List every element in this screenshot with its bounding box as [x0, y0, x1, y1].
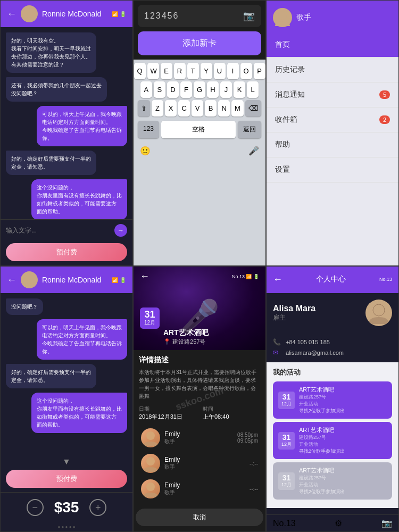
key-t[interactable]: T	[187, 63, 199, 79]
performer-list: Emily 歌手 08:50pm09:05pm Emily 歌手 --:--	[139, 426, 260, 501]
cancel-button[interactable]: 取消	[136, 509, 263, 526]
menu-item-inbox-label: 收件箱	[275, 115, 297, 124]
chat-contact-name-bottom: Ronnie McDonald	[42, 276, 101, 284]
event-back-button[interactable]: ←	[140, 271, 149, 282]
key-123[interactable]: 123	[138, 121, 159, 138]
event-app-name: No.13	[232, 274, 245, 279]
key-n[interactable]: N	[218, 100, 230, 117]
menu-item-notifications[interactable]: 消息通知 5	[267, 82, 398, 107]
key-m[interactable]: M	[231, 100, 244, 117]
panel-menu: 歌手 首页 历史记录 消息通知 5 收件箱 2 帮助 设置	[266, 0, 399, 266]
mic-icon[interactable]: 🎤	[248, 146, 259, 156]
menu-item-settings[interactable]: 设置	[267, 157, 398, 182]
key-y[interactable]: Y	[201, 63, 212, 79]
email-icon: ✉	[273, 349, 281, 356]
scroll-indicator[interactable]: ▼	[1, 456, 132, 468]
msg-received-2: 还有，我必须带我的几个朋友一起过去没问题吧？	[6, 77, 107, 102]
key-h[interactable]: H	[207, 81, 219, 98]
menu-item-inbox[interactable]: 收件箱 2	[267, 107, 398, 132]
key-space[interactable]: 空格	[161, 121, 236, 138]
event-date-badge: 31 12月	[140, 307, 160, 329]
settings-icon[interactable]: ⚙	[335, 518, 342, 528]
activity-3-desc: 寻找2位歌手参加演出	[299, 488, 387, 495]
menu-item-history-label: 历史记录	[275, 65, 305, 74]
event-status-bar: No.13 📶 🔋	[232, 274, 259, 279]
performer-2-avatar	[141, 454, 160, 473]
menu-user-avatar	[273, 8, 292, 27]
activity-2-venue: ART艺术酒吧	[299, 426, 387, 434]
key-s[interactable]: S	[154, 81, 165, 98]
price-minus-button[interactable]: −	[27, 499, 44, 516]
chat-messages-top: 好的，明天我有空。我看下时间安排，明天一早我就过去你那边，你再带我去见那个人。有…	[1, 27, 132, 219]
performer-1-time: 08:50pm09:05pm	[237, 432, 258, 444]
menu-item-history[interactable]: 历史记录	[267, 57, 398, 82]
activity-card-2[interactable]: 31 12月 ART艺术酒吧 建设路257号 开业活动 寻找2位歌手参加演出	[273, 422, 392, 459]
add-card-button[interactable]: 添加新卡	[138, 31, 261, 55]
key-b[interactable]: B	[205, 100, 217, 117]
key-c[interactable]: C	[178, 100, 190, 117]
key-l[interactable]: L	[247, 81, 259, 98]
profile-back-button[interactable]: ←	[273, 274, 282, 285]
svg-point-3	[146, 431, 155, 440]
book-button-bottom[interactable]: 预付费	[6, 470, 127, 488]
panel-chat-top: ← Ronnie McDonald 📶 🔋 好的，明天我有空。我看下时间安排，明…	[0, 0, 133, 266]
key-i[interactable]: I	[227, 63, 239, 79]
status-icons-top: 📶 🔋	[112, 11, 126, 17]
key-f[interactable]: F	[180, 81, 192, 98]
camera-icon-footer[interactable]: 📷	[381, 518, 392, 528]
kb-input-row: 123456 📷	[138, 5, 261, 27]
key-q[interactable]: Q	[134, 63, 146, 79]
activity-1-date: 31 12月	[278, 392, 295, 409]
event-datetime-row: 日期 2018年12月31日 时间 上午08:40	[139, 405, 260, 421]
kb-input-value[interactable]: 123456	[144, 11, 179, 21]
key-k[interactable]: K	[234, 81, 245, 98]
profile-header: ← 个人中心 No.13	[267, 267, 398, 293]
key-p[interactable]: P	[254, 63, 265, 79]
key-d[interactable]: D	[167, 81, 179, 98]
profile-app-name: No.13	[379, 277, 392, 282]
msg-sent-2: 这个没问题的，你朋友里面有没有擅长长跳舞的，比如街舞或者类似的，可能需要这方面的…	[31, 179, 127, 219]
performer-1: Emily 歌手 08:50pm09:05pm	[139, 426, 260, 450]
notifications-badge: 5	[379, 90, 390, 99]
activity-2-info: ART艺术酒吧 建设路257号 开业活动 寻找2位歌手参加演出	[299, 426, 387, 455]
key-shift[interactable]: ⇧	[138, 100, 150, 117]
key-backspace[interactable]: ⌫	[245, 100, 261, 117]
key-return[interactable]: 返回	[238, 121, 261, 138]
event-title: ART艺术酒吧	[163, 328, 259, 338]
camera-icon[interactable]: 📷	[243, 10, 255, 22]
key-o[interactable]: O	[240, 63, 252, 79]
key-w[interactable]: W	[147, 63, 159, 79]
key-v[interactable]: V	[192, 100, 203, 117]
activity-card-1[interactable]: 31 12月 ART艺术酒吧 建设路257号 开业活动 寻找2位歌手参加演出	[273, 381, 392, 419]
chat-input-placeholder[interactable]: 输入文字...	[6, 226, 110, 235]
chat-back-button-bottom[interactable]: ←	[7, 275, 16, 286]
panel-event: 🎤 ← No.13 📶 🔋 31 12月 ART艺术酒吧 📍 建设路257号 详…	[133, 266, 266, 532]
activity-2-type: 开业活动	[299, 441, 387, 448]
key-u[interactable]: U	[214, 63, 226, 79]
key-g[interactable]: G	[194, 81, 205, 98]
key-e[interactable]: E	[161, 63, 172, 79]
price-plus-button[interactable]: +	[89, 499, 106, 516]
key-r[interactable]: R	[174, 63, 186, 79]
key-x[interactable]: X	[165, 100, 177, 117]
keyboard-area: Q W E R T Y U I O P A S D F G H J K L	[134, 60, 265, 265]
send-button-top[interactable]: →	[114, 224, 127, 237]
performer-1-avatar	[141, 428, 160, 447]
key-j[interactable]: J	[220, 81, 232, 98]
chat-back-button[interactable]: ←	[7, 9, 16, 20]
key-z[interactable]: Z	[152, 100, 163, 117]
emoji-icon[interactable]: 🙂	[140, 146, 151, 156]
profile-user-avatar	[365, 300, 392, 326]
profile-phone-item: 📞 +84 105 015 185	[273, 337, 392, 347]
activity-card-3[interactable]: 31 12月 ART艺术酒吧 建设路257号 开业活动 寻找2位歌手参加演出	[273, 462, 392, 500]
event-body: 详情描述 本活动将于本月31号正式开业，需要招聘两位歌手参加开业活动演出，具体待…	[134, 350, 265, 503]
key-a[interactable]: A	[140, 81, 152, 98]
menu-header-content: 歌手	[273, 8, 392, 27]
activity-2-desc: 寻找2位歌手参加演出	[299, 448, 387, 455]
activity-2-date-num: 31	[281, 434, 292, 441]
menu-item-help[interactable]: 帮助	[267, 132, 398, 157]
book-button-top[interactable]: 预付费	[6, 243, 127, 261]
profile-user-name: Alisa Mara	[273, 304, 359, 313]
activity-2-location: 建设路257号	[299, 434, 387, 441]
menu-item-home[interactable]: 首页	[267, 32, 398, 57]
